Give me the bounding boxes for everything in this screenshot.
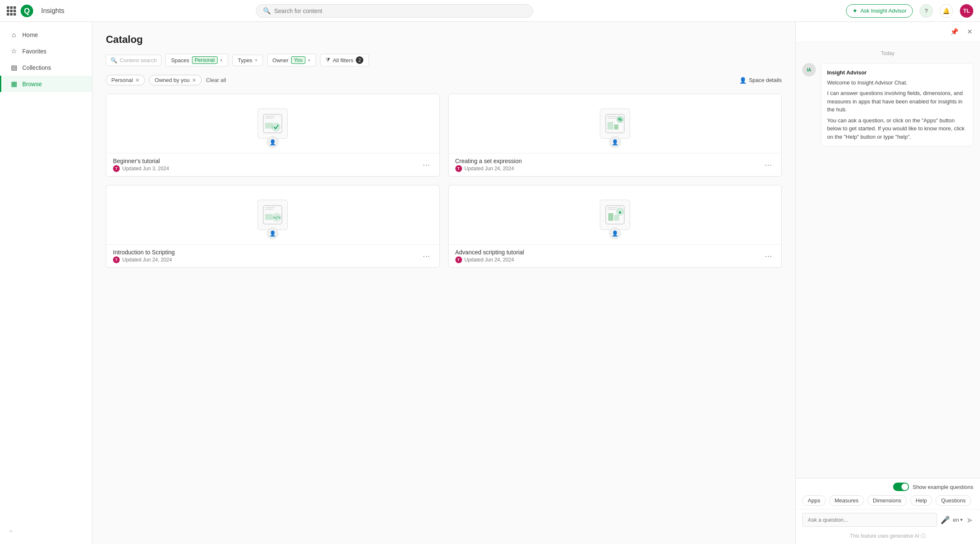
svg-rect-4 [265,118,273,119]
card-avatar-0: T [113,165,120,172]
topnav-right: ✦ Ask Insight Advisor ? 🔔 TL [846,4,973,18]
all-filters-button[interactable]: ⧩ All filters 2 [320,54,369,66]
svg-rect-16 [265,209,273,210]
svg-rect-11 [614,124,618,129]
help-button[interactable]: ? [920,4,933,18]
space-details-button[interactable]: 👤 Space details [739,77,782,84]
card-info-3: Advanced scripting tutorial T Updated Ju… [455,249,524,263]
svg-rect-24 [614,215,619,221]
types-filter-button[interactable]: Types ▾ [232,55,263,66]
app-icon-wrap-3: ▲ [600,200,630,230]
language-selector[interactable]: en ▾ [953,517,963,523]
spaces-filter-button[interactable]: Spaces Personal ▾ [166,54,228,66]
personal-filter-chip[interactable]: Personal ✕ [106,75,145,85]
svg-rect-22 [607,209,616,210]
card-more-button-0[interactable]: ⋯ [420,159,433,170]
quick-btn-measures[interactable]: Measures [829,495,864,506]
card-footer-3: Advanced scripting tutorial T Updated Ju… [449,244,782,267]
svg-rect-15 [265,207,275,208]
welcome-line3: You can ask a question, or click on the … [827,116,967,141]
content-search-input[interactable]: 🔍 Content search [106,55,161,66]
app-icon-wrap [257,108,288,139]
sidebar-item-browse[interactable]: ▦ Browse [0,76,92,92]
filters-count-badge: 2 [356,56,363,64]
spaces-tag: Personal [192,56,218,64]
svg-rect-8 [607,116,617,117]
card-more-button-2[interactable]: ⋯ [420,251,433,261]
user-icon-2: 👤 [267,227,278,239]
svg-text:IA: IA [807,68,811,72]
remove-owned-filter[interactable]: ✕ [192,77,196,83]
catalog-content: Catalog 🔍 Content search Spaces Personal… [92,22,795,544]
owned-by-you-filter-chip[interactable]: Owned by you ✕ [149,75,202,85]
chevron-down-icon-types: ▾ [255,58,257,63]
search-input[interactable] [274,8,526,14]
chat-message: IA Insight Advisor Welcome to Insight Ad… [802,63,973,146]
send-button[interactable]: ➤ [966,515,973,525]
card-meta-2: T Updated Jun 24, 2024 [113,256,175,263]
quick-btn-apps[interactable]: Apps [802,495,826,506]
close-panel-button[interactable]: ✕ [964,26,975,37]
svg-rect-17 [265,214,273,220]
app-name: Insights [41,7,64,15]
sidebar-item-home[interactable]: ⌂ Home [0,27,92,43]
card-beginners-tutorial[interactable]: 👤 Beginner's tutorial T Updated Jun 3, 2… [106,94,440,177]
card-footer-2: Introduction to Scripting T Updated Jun … [106,244,439,267]
grid-menu-icon[interactable] [7,6,16,16]
card-body-1: % 👤 [449,94,782,153]
svg-rect-5 [265,123,273,129]
user-icon-3: 👤 [609,227,621,239]
panel-bottom: Show example questions Apps Measures Dim… [796,478,980,544]
quick-btn-dimensions[interactable]: Dimensions [867,495,907,506]
card-meta-3: T Updated Jun 24, 2024 [455,256,524,263]
sidebar-item-favorites[interactable]: ☆ Favorites [0,43,92,59]
pin-button[interactable]: 📌 [948,26,961,37]
main-layout: ⌂ Home ☆ Favorites ▤ Collections ▦ Brows… [0,22,980,544]
quick-btn-questions[interactable]: Questions [935,495,971,506]
card-creating-set-expression[interactable]: % 👤 Creating a set expression T Updated … [448,94,782,177]
advisor-icon: IA [805,66,813,74]
collapse-sidebar-button[interactable]: ← [8,528,84,534]
sidebar-item-collections[interactable]: ▤ Collections [0,59,92,76]
app-icon-wrap-2: </> [257,200,288,230]
browse-icon: ▦ [10,80,18,88]
quick-btn-help[interactable]: Help [910,495,933,506]
topnav: Q Insights 🔍 ✦ Ask Insight Advisor ? 🔔 T… [0,0,980,22]
insight-advisor-panel: 📌 ✕ Today IA Insight Advisor Welcome to … [795,22,980,544]
card-footer-0: Beginner's tutorial T Updated Jun 3, 202… [106,153,439,176]
advisor-name: Insight Advisor [827,69,967,77]
show-examples-label: Show example questions [912,484,973,490]
card-advanced-scripting[interactable]: ▲ 👤 Advanced scripting tutorial T Update… [448,185,782,268]
sidebar: ⌂ Home ☆ Favorites ▤ Collections ▦ Brows… [0,22,92,544]
card-title-0: Beginner's tutorial [113,158,169,164]
user-badge-0: 👤 [267,136,278,148]
sidebar-bottom: ← [0,523,92,539]
show-examples-toggle[interactable] [893,483,909,491]
card-more-button-1[interactable]: ⋯ [762,159,775,170]
card-footer-1: Creating a set expression T Updated Jun … [449,153,782,176]
notifications-button[interactable]: 🔔 [940,4,953,18]
search-bar[interactable]: 🔍 [256,4,533,18]
avatar[interactable]: TL [960,4,973,18]
card-body: 👤 [106,94,439,153]
today-label: Today [802,50,973,56]
svg-rect-3 [265,116,275,117]
card-meta-1: T Updated Jun 24, 2024 [455,165,522,172]
clear-all-button[interactable]: Clear all [206,77,226,83]
microphone-button[interactable]: 🎤 [941,515,950,525]
card-more-button-3[interactable]: ⋯ [762,251,775,261]
user-icon-1: 👤 [609,136,621,148]
svg-text:%: % [618,117,622,122]
remove-personal-filter[interactable]: ✕ [135,77,139,83]
card-avatar-2: T [113,256,120,263]
ask-question-input[interactable] [802,513,937,527]
app-icon-svg-3: ▲ [604,204,626,226]
chat-bubble: Insight Advisor Welcome to Insight Advis… [821,63,973,146]
cards-grid: 👤 Beginner's tutorial T Updated Jun 3, 2… [106,94,782,268]
owner-filter-button[interactable]: Owner You ▾ [267,54,316,66]
app-icon-svg [262,113,284,135]
card-intro-scripting[interactable]: </> 👤 Introduction to Scripting T Update… [106,185,440,268]
collections-icon: ▤ [10,63,18,71]
advisor-chat-avatar: IA [802,63,816,77]
ask-insight-advisor-button[interactable]: ✦ Ask Insight Advisor [846,4,913,18]
